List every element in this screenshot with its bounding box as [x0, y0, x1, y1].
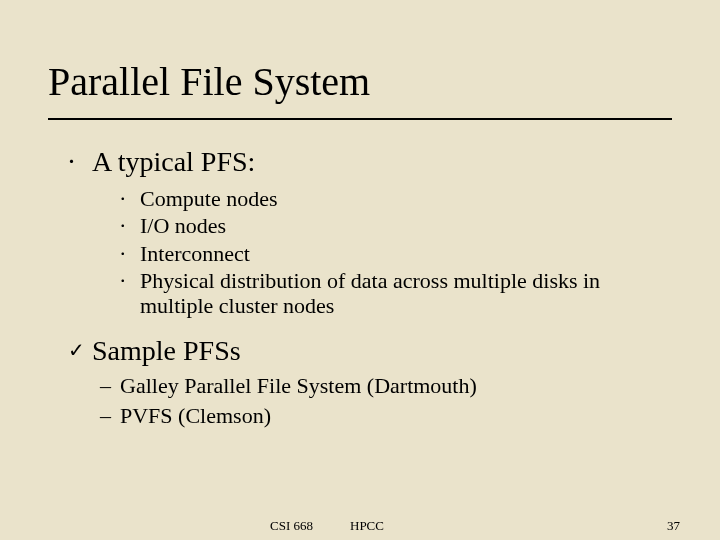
- dash-icon: –: [100, 403, 120, 429]
- bullet-dash: – Galley Parallel File System (Dartmouth…: [100, 373, 672, 399]
- slide: Parallel File System · A typical PFS: · …: [0, 0, 720, 540]
- dot-icon: ·: [120, 213, 140, 238]
- bullet-level2-text: Physical distribution of data across mul…: [140, 268, 672, 319]
- dot-icon: ·: [120, 186, 140, 211]
- bullet-level2: · Interconnect: [120, 241, 672, 266]
- bullet-dash: – PVFS (Clemson): [100, 403, 672, 429]
- footer-course: CSI 668: [270, 518, 313, 534]
- bullet-level1: · A typical PFS:: [68, 146, 672, 178]
- bullet-level2-text: Interconnect: [140, 241, 250, 266]
- footer-topic: HPCC: [350, 518, 384, 534]
- title-underline: [48, 118, 672, 120]
- bullet-dash-text: PVFS (Clemson): [120, 403, 271, 429]
- bullet-dash-text: Galley Parallel File System (Dartmouth): [120, 373, 477, 399]
- slide-title: Parallel File System: [48, 58, 370, 105]
- footer-page-number: 37: [667, 518, 680, 534]
- check-icon: ✓: [68, 339, 92, 371]
- bullet-level2: · Compute nodes: [120, 186, 672, 211]
- bullet-level1-text: A typical PFS:: [92, 146, 255, 178]
- dot-icon: ·: [68, 146, 92, 178]
- bullet-level2: · I/O nodes: [120, 213, 672, 238]
- dot-icon: ·: [120, 268, 140, 319]
- dash-icon: –: [100, 373, 120, 399]
- slide-content: · A typical PFS: · Compute nodes · I/O n…: [48, 146, 672, 434]
- dot-icon: ·: [120, 241, 140, 266]
- bullet-level2-text: Compute nodes: [140, 186, 278, 211]
- bullet-check-text: Sample PFSs: [92, 335, 241, 367]
- bullet-check: ✓ Sample PFSs: [68, 335, 672, 367]
- bullet-level2-text: I/O nodes: [140, 213, 226, 238]
- bullet-level2: · Physical distribution of data across m…: [120, 268, 672, 319]
